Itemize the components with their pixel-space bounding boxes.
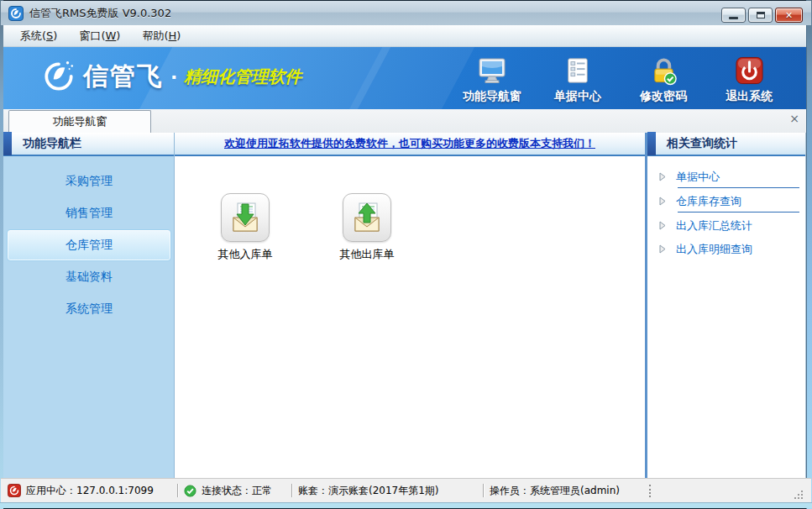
nav-sidebar: 功能导航栏 采购管理 销售管理 仓库管理 基础资料 系统管理 — [3, 133, 175, 478]
app-window: 信管飞RMS免费版 V9.0.302 ✕ 系统(S) 窗口(W) 帮助(H) 信… — [0, 0, 812, 509]
close-button[interactable]: ✕ — [775, 8, 803, 23]
monitor-icon — [477, 54, 507, 86]
query-link-warehouse-stock[interactable]: 仓库库存查询 — [647, 189, 806, 213]
shortcut-label: 其他入库单 — [218, 247, 273, 262]
shortcut-other-inbound[interactable]: 其他入库单 — [212, 193, 279, 262]
status-divider — [177, 484, 179, 497]
sidebar-item-warehouse[interactable]: 仓库管理 — [7, 229, 171, 261]
toolbar-exit-button[interactable]: 退出系统 — [717, 54, 781, 104]
app-center-logo-icon — [8, 484, 21, 497]
brand-block: 信管飞 · 精细化管理软件 — [41, 59, 301, 94]
status-divider — [291, 484, 293, 497]
query-panel-header: 相关查询统计 — [647, 133, 805, 156]
query-link-inout-detail[interactable]: 出入库明细查询 — [647, 237, 806, 261]
menubar: 系统(S) 窗口(W) 帮助(H) — [3, 25, 806, 47]
window-frame-right — [806, 0, 812, 509]
brand-name: 信管飞 — [83, 60, 164, 94]
window-title: 信管飞RMS免费版 V9.0.302 — [29, 6, 171, 21]
content-area: 功能导航栏 采购管理 销售管理 仓库管理 基础资料 系统管理 欢迎使用亚拓软件提… — [3, 133, 806, 478]
status-operator: 操作员：系统管理员(admin) — [490, 484, 641, 498]
nav-sidebar-header: 功能导航栏 — [3, 133, 174, 156]
triangle-bullet-icon — [659, 221, 666, 230]
header-toolbar: 功能导航窗 单据中心 — [460, 54, 781, 104]
query-panel-title: 相关查询统计 — [667, 136, 737, 151]
status-app-center: 应用中心：127.0.0.1:7099 — [8, 484, 172, 498]
status-drag-handle[interactable] — [649, 485, 651, 497]
tabstrip: 功能导航窗 × — [3, 109, 806, 133]
sidebar-item-sales[interactable]: 销售管理 — [7, 197, 171, 229]
status-account: 账套：演示账套(2017年第1期) — [298, 484, 478, 498]
resize-grip[interactable] — [793, 489, 804, 501]
nav-sidebar-title: 功能导航栏 — [23, 136, 81, 151]
brand-swirl-icon — [41, 59, 76, 94]
query-link-document-center[interactable]: 单据中心 — [647, 165, 806, 189]
main-area: 欢迎使用亚拓软件提供的免费软件，也可购买功能更多的收费版本支持我们！ 其他入库单 — [175, 133, 645, 478]
app-logo-icon — [8, 6, 24, 21]
shortcut-other-outbound[interactable]: 其他出库单 — [333, 193, 401, 262]
sidebar-item-system[interactable]: 系统管理 — [7, 293, 171, 325]
sidebar-item-basic-data[interactable]: 基础资料 — [7, 261, 171, 293]
envelope-arrow-down-icon — [221, 193, 270, 242]
menu-system[interactable]: 系统(S) — [10, 26, 67, 46]
query-panel: 相关查询统计 单据中心 仓库库存查询 出入库汇总统计 出入库明细查询 — [647, 133, 806, 478]
document-list-icon — [563, 54, 592, 86]
close-icon: ✕ — [785, 11, 793, 20]
brand-header: 信管飞 · 精细化管理软件 功能导航窗 — [3, 47, 806, 109]
window-frame-bottom — [0, 502, 812, 508]
status-connection: 连接状态：正常 — [184, 484, 286, 498]
maximize-icon — [757, 12, 765, 18]
main-header: 欢迎使用亚拓软件提供的免费软件，也可购买功能更多的收费版本支持我们！ — [175, 133, 645, 156]
menu-help[interactable]: 帮助(H) — [132, 26, 191, 46]
toolbar-document-center-button[interactable]: 单据中心 — [546, 54, 610, 104]
maximize-button[interactable] — [748, 8, 773, 23]
status-divider — [483, 484, 485, 497]
statusbar: 应用中心：127.0.0.1:7099 连接状态：正常 账套：演示账套(2017… — [1, 478, 811, 502]
tab-close-icon[interactable]: × — [789, 113, 799, 124]
envelope-arrow-up-icon — [343, 193, 391, 242]
triangle-bullet-icon — [659, 172, 666, 181]
brand-slogan: 精细化管理软件 — [184, 66, 301, 88]
brand-separator: · — [170, 66, 177, 87]
minimize-button[interactable] — [721, 8, 746, 23]
tab-nav-window[interactable]: 功能导航窗 — [8, 110, 151, 133]
window-controls: ✕ — [721, 8, 803, 23]
triangle-bullet-icon — [659, 197, 666, 206]
triangle-bullet-icon — [659, 244, 666, 254]
minimize-icon — [729, 17, 738, 19]
sidebar-item-purchase[interactable]: 采购管理 — [7, 165, 171, 197]
header-accent-bar — [647, 132, 656, 155]
toolbar-change-password-button[interactable]: 修改密码 — [631, 54, 695, 104]
power-icon — [735, 54, 764, 86]
connection-ok-icon — [184, 485, 196, 497]
welcome-link[interactable]: 欢迎使用亚拓软件提供的免费软件，也可购买功能更多的收费版本支持我们！ — [224, 136, 595, 151]
titlebar[interactable]: 信管飞RMS免费版 V9.0.302 ✕ — [1, 1, 811, 25]
toolbar-nav-window-button[interactable]: 功能导航窗 — [460, 54, 524, 104]
menu-window[interactable]: 窗口(W) — [69, 26, 130, 46]
header-accent-bar — [3, 132, 12, 155]
shortcut-label: 其他出库单 — [340, 247, 395, 262]
query-link-inout-summary[interactable]: 出入库汇总统计 — [647, 213, 806, 238]
lock-check-icon — [649, 54, 678, 86]
